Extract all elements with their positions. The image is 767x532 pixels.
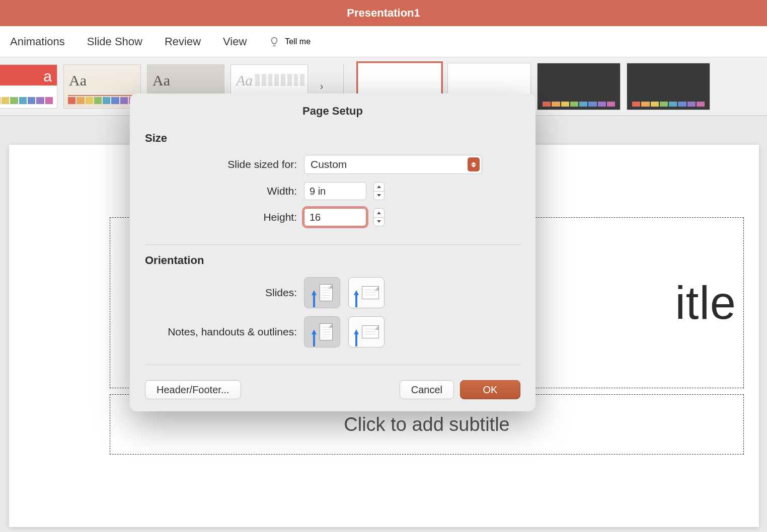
size-header: Size [145,132,520,145]
theme-aa-glyph: Aa [152,72,170,89]
tab-animations[interactable]: Animations [10,35,65,48]
notes-landscape-button[interactable] [348,316,385,347]
page-landscape-icon [362,325,379,338]
ribbon-tabs: Animations Slide Show Review View Tell m… [0,26,767,57]
ok-button[interactable]: OK [460,380,520,399]
arrow-up-icon [354,329,359,334]
arrow-up-icon [312,329,317,334]
variant-thumbnail[interactable] [537,63,621,110]
slides-landscape-button[interactable] [348,277,385,308]
tell-me-button[interactable]: Tell me [269,36,311,47]
width-stepper[interactable] [373,182,385,200]
page-setup-dialog: Page Setup Size Slide sized for: Custom … [130,94,535,411]
theme-thumbnail[interactable]: Aa [63,64,141,109]
width-input[interactable] [304,182,366,200]
chevron-right-icon: › [320,80,324,92]
page-portrait-icon [320,284,333,301]
stepper-down-icon[interactable] [374,192,384,200]
height-label: Height: [145,211,297,223]
page-landscape-icon [362,286,379,299]
dialog-divider [145,244,520,245]
subtitle-placeholder-text: Click to add subtitle [344,414,510,435]
lightbulb-icon [269,36,280,47]
notes-portrait-button[interactable] [304,316,340,347]
variant-thumbnail[interactable] [627,63,710,110]
orientation-header: Orientation [145,254,520,267]
tell-me-label: Tell me [285,37,311,46]
window-title: Presentation1 [347,7,420,20]
theme-aa-glyph: Aa [236,72,253,89]
theme-aa-glyph: Aa [69,72,87,89]
stepper-up-icon[interactable] [374,183,384,192]
cancel-button[interactable]: Cancel [400,380,454,399]
theme-thumbnail[interactable]: a [0,64,57,109]
sized-for-label: Slide sized for: [145,158,297,170]
slides-portrait-button[interactable] [304,277,340,308]
window-titlebar: Presentation1 [0,0,767,26]
height-input[interactable] [304,208,366,226]
tab-review[interactable]: Review [165,35,201,48]
height-stepper[interactable] [373,208,385,226]
size-section: Size Slide sized for: Custom Width: Heig… [130,127,535,241]
stepper-up-icon[interactable] [374,209,384,218]
tab-slide-show[interactable]: Slide Show [87,35,142,48]
tab-view[interactable]: View [223,35,247,48]
updown-icon [468,157,480,171]
width-label: Width: [145,185,297,197]
theme-aa-glyph: a [43,68,52,85]
page-portrait-icon [320,323,333,340]
header-footer-button[interactable]: Header/Footer... [145,380,241,399]
slides-orientation-label: Slides: [145,287,297,299]
sized-for-combobox[interactable]: Custom [304,155,482,174]
stepper-down-icon[interactable] [374,218,384,226]
dialog-footer: Header/Footer... Cancel OK [130,374,535,399]
title-placeholder-text: itle [675,277,736,329]
sized-for-value: Custom [311,158,347,170]
orientation-section: Orientation Slides: Notes, handouts & ou… [130,254,535,362]
arrow-up-icon [354,290,359,295]
notes-orientation-label: Notes, handouts & outlines: [145,326,297,338]
dialog-divider [145,365,520,365]
arrow-up-icon [312,290,317,295]
dialog-title: Page Setup [130,94,535,127]
